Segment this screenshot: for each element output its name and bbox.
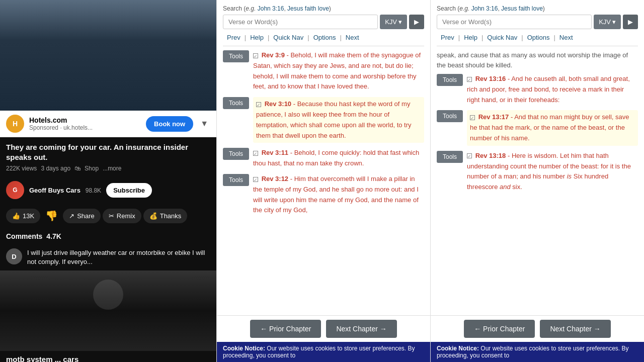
chevron-down-icon: ▾ bbox=[398, 18, 402, 26]
bible-panel-right: Search (e.g. John 3:16, Jesus faith love… bbox=[430, 0, 644, 362]
verse-checkbox[interactable] bbox=[256, 102, 261, 107]
like-button[interactable]: 👍 13K bbox=[6, 209, 40, 223]
right-version-button[interactable]: KJV ▾ bbox=[594, 15, 621, 29]
verse-block-rev3-10: Tools Rev 3:10 - Because thou hast kept … bbox=[223, 97, 424, 143]
verse-block-rev13-16: Tools Rev 13:16 - And he causeth all, bo… bbox=[437, 74, 638, 105]
right-next-chapter-button[interactable]: Next Chapter → bbox=[540, 320, 610, 338]
verse-text-rev13-17: Rev 13:17 - And that no man might buy or… bbox=[467, 110, 638, 145]
left-help-link[interactable]: Help bbox=[246, 32, 268, 43]
thanks-button[interactable]: 💰 Thanks bbox=[143, 209, 188, 223]
bible-panel-left: Search (e.g. John 3:16, Jesus faith love… bbox=[216, 0, 430, 362]
hint-link1[interactable]: John 3:16 bbox=[258, 5, 284, 12]
verse-checkbox[interactable] bbox=[253, 177, 258, 182]
right-next-link[interactable]: Next bbox=[555, 32, 577, 43]
thanks-icon: 💰 bbox=[149, 212, 157, 220]
ad-title: Hotels.com bbox=[29, 116, 141, 124]
left-options-link[interactable]: Options bbox=[309, 32, 340, 43]
comment-item: D I will just drive illegally weather ca… bbox=[0, 244, 216, 270]
right-prev-link[interactable]: Prev bbox=[437, 32, 458, 43]
book-now-button[interactable]: Book now bbox=[146, 116, 193, 132]
video1-info: They are coming for your car. An insuran… bbox=[0, 137, 216, 177]
r-hint-link2[interactable]: Jesus faith love bbox=[501, 5, 543, 12]
channel-name[interactable]: Geoff Buys Cars bbox=[29, 187, 80, 194]
verse-block-rev3-11: Tools Rev 3:11 - Behold, I come quickly:… bbox=[223, 148, 424, 169]
verse-block-rev3-12: Tools Rev 3:12 - Him that overcometh wil… bbox=[223, 174, 424, 216]
comments-section: Comments 4.7K bbox=[0, 228, 216, 244]
remix-label: Remix bbox=[117, 212, 135, 220]
video2-thumbnail bbox=[0, 270, 216, 351]
right-bible-footer: ← Prior Chapter Next Chapter → bbox=[431, 315, 644, 342]
verse-checkbox[interactable] bbox=[253, 53, 258, 58]
r-hint-example1: e.g. John 3:16, Jesus faith love bbox=[459, 5, 542, 12]
tools-button-rev13-16[interactable]: Tools bbox=[437, 74, 463, 86]
right-cookie-bar: Cookie Notice: Our website uses cookies … bbox=[431, 342, 644, 362]
r-hint-link1[interactable]: John 3:16 bbox=[471, 5, 498, 12]
thumbs-down-icon[interactable]: 👎 bbox=[42, 206, 61, 225]
right-search-bar: Search (e.g. John 3:16, Jesus faith love… bbox=[431, 0, 644, 46]
tools-button-rev3-12[interactable]: Tools bbox=[223, 174, 249, 186]
prior-chapter-button[interactable]: ← Prior Chapter bbox=[250, 320, 321, 338]
left-next-link[interactable]: Next bbox=[342, 32, 363, 43]
left-quicknav-link[interactable]: Quick Nav bbox=[269, 32, 307, 43]
right-quicknav-link[interactable]: Quick Nav bbox=[483, 32, 521, 43]
right-nav-links: Prev | Help | Quick Nav | Options | Next bbox=[437, 30, 638, 46]
left-version-button[interactable]: KJV ▾ bbox=[380, 15, 407, 29]
verse-ref: Rev 3:12 bbox=[262, 175, 288, 183]
right-options-link[interactable]: Options bbox=[523, 32, 554, 43]
thumbnail-image bbox=[0, 0, 216, 111]
right-help-link[interactable]: Help bbox=[460, 32, 481, 43]
shop-icon: 🛍 bbox=[74, 165, 80, 172]
tools-button-rev3-10[interactable]: Tools bbox=[223, 97, 249, 109]
tools-button-rev13-17[interactable]: Tools bbox=[437, 110, 463, 122]
ad-subtitle: Sponsored · uk.hotels... bbox=[29, 124, 141, 131]
verse-text-rev3-12: Rev 3:12 - Him that overcometh will I ma… bbox=[253, 174, 424, 216]
left-cookie-bar: Cookie Notice: Our website uses cookies … bbox=[217, 342, 430, 362]
channel-subs: 98.8K bbox=[86, 187, 101, 194]
verse-checkbox[interactable] bbox=[467, 77, 472, 82]
tools-button-rev3-11[interactable]: Tools bbox=[223, 148, 249, 160]
left-search-input[interactable] bbox=[223, 15, 378, 29]
comments-title: Comments 4.7K bbox=[6, 232, 210, 240]
next-chapter-button[interactable]: Next Chapter → bbox=[326, 320, 396, 338]
left-panel: H Hotels.com Sponsored · uk.hotels... Bo… bbox=[0, 0, 216, 362]
verse-text-rev3-9: Rev 3:9 - Behold, I will make them of th… bbox=[253, 50, 424, 92]
right-search-hint: Search (e.g. John 3:16, Jesus faith love… bbox=[437, 5, 638, 12]
left-nav-links: Prev | Help | Quick Nav | Options | Next bbox=[223, 30, 424, 46]
left-prev-link[interactable]: Prev bbox=[223, 32, 245, 43]
verse-checkbox[interactable] bbox=[467, 153, 472, 158]
verse-ref: Rev 3:10 bbox=[265, 100, 291, 108]
right-search-row: KJV ▾ ▶ bbox=[437, 15, 638, 29]
like-count: 13K bbox=[23, 212, 34, 220]
verse-ref: Rev 3:11 bbox=[262, 149, 288, 156]
right-search-go-button[interactable]: ▶ bbox=[623, 15, 638, 29]
verse-checkbox[interactable] bbox=[470, 115, 475, 120]
tools-button-rev3-9[interactable]: Tools bbox=[223, 50, 249, 62]
shop-link[interactable]: Shop bbox=[85, 165, 99, 172]
right-version-label: KJV bbox=[599, 18, 611, 26]
right-prior-chapter-button[interactable]: ← Prior Chapter bbox=[464, 320, 535, 338]
action-row: 👍 13K 👎 ↗ Share ✂ Remix 💰 Thanks bbox=[0, 203, 216, 228]
left-search-go-button[interactable]: ▶ bbox=[409, 15, 424, 29]
left-search-bar: Search (e.g. John 3:16, Jesus faith love… bbox=[217, 0, 430, 46]
share-button[interactable]: ↗ Share bbox=[63, 209, 101, 223]
video-thumbnail bbox=[0, 0, 216, 111]
chevron-down-icon[interactable]: ▼ bbox=[198, 117, 210, 130]
more-link[interactable]: ...more bbox=[103, 165, 121, 172]
left-search-row: KJV ▾ ▶ bbox=[223, 15, 424, 29]
verse-text-rev3-11: Rev 3:11 - Behold, I come quickly: hold … bbox=[253, 148, 424, 169]
left-version-label: KJV bbox=[385, 18, 397, 26]
bible-panels: Search (e.g. John 3:16, Jesus faith love… bbox=[216, 0, 644, 362]
verse-block-rev3-9: Tools Rev 3:9 - Behold, I will make them… bbox=[223, 50, 424, 92]
verse-ref: Rev 13:17 bbox=[478, 113, 509, 121]
verse-checkbox[interactable] bbox=[253, 151, 258, 156]
partial-text-above: speak, and cause that as many as would n… bbox=[437, 50, 638, 74]
thanks-label: Thanks bbox=[160, 212, 182, 220]
hint-link2[interactable]: Jesus faith love bbox=[287, 5, 329, 12]
share-label: Share bbox=[77, 212, 95, 220]
right-search-input[interactable] bbox=[437, 15, 592, 29]
ad-text: Hotels.com Sponsored · uk.hotels... bbox=[29, 116, 141, 131]
subscribe-button[interactable]: Subscribe bbox=[106, 183, 152, 198]
remix-button[interactable]: ✂ Remix bbox=[103, 209, 141, 223]
tools-button-rev13-18[interactable]: Tools bbox=[437, 151, 463, 163]
video1-meta: 222K views 3 days ago 🛍 Shop ...more bbox=[6, 165, 210, 172]
